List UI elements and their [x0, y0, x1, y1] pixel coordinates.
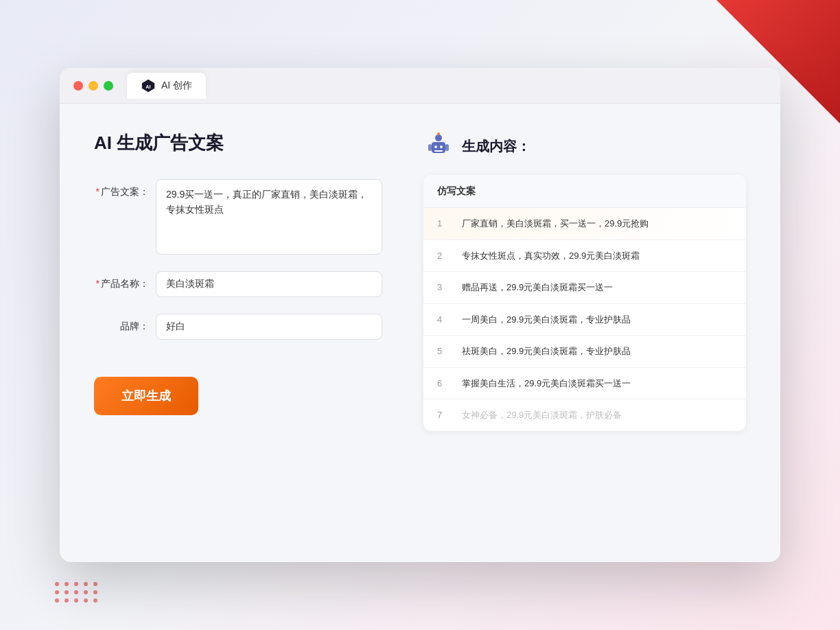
- tab-title: AI 创作: [161, 80, 192, 92]
- svg-text:AI: AI: [145, 83, 150, 89]
- active-tab[interactable]: AI AI 创作: [127, 73, 206, 99]
- ad-copy-label: *广告文案：: [94, 179, 149, 198]
- product-name-input[interactable]: [156, 271, 382, 297]
- svg-rect-4: [428, 144, 432, 151]
- robot-icon: [423, 131, 454, 161]
- copy-icon[interactable]: [720, 409, 732, 421]
- row-number: 3: [437, 282, 451, 292]
- table-row[interactable]: 4一周美白，29.9元美白淡斑霜，专业护肤品: [423, 304, 746, 336]
- row-text: 一周美白，29.9元美白淡斑霜，专业护肤品: [462, 313, 709, 327]
- svg-point-10: [437, 132, 440, 135]
- row-number: 5: [437, 346, 451, 356]
- result-table: 仿写文案 1厂家直销，美白淡斑霜，买一送一，29.9元抢购 2专抹女性斑点，真实…: [423, 175, 746, 431]
- required-star-2: *: [96, 278, 100, 289]
- left-panel: AI 生成广告文案 *广告文案： 29.9买一送一，真正的厂家直销，美白淡斑霜，…: [94, 131, 382, 535]
- table-header-text: 仿写文案: [437, 185, 476, 196]
- svg-rect-8: [434, 150, 443, 152]
- svg-rect-6: [434, 145, 437, 148]
- brand-input[interactable]: [156, 314, 382, 340]
- table-row[interactable]: 2专抹女性斑点，真实功效，29.9元美白淡斑霜: [423, 240, 746, 272]
- copy-icon[interactable]: [720, 313, 732, 325]
- page-title: AI 生成广告文案: [94, 131, 382, 155]
- row-number: 4: [437, 314, 451, 325]
- row-text: 祛斑美白，29.9元美白淡斑霜，专业护肤品: [462, 345, 709, 358]
- table-row[interactable]: 7女神必备，29.9元美白淡斑霜，护肤必备: [423, 399, 746, 431]
- required-star-1: *: [96, 186, 100, 197]
- result-title: 生成内容：: [462, 137, 530, 156]
- maximize-button[interactable]: [104, 81, 113, 91]
- row-number: 7: [437, 410, 451, 420]
- ad-copy-group: *广告文案： 29.9买一送一，真正的厂家直销，美白淡斑霜，专抹女性斑点: [94, 179, 382, 255]
- copy-icon[interactable]: [720, 345, 732, 358]
- right-panel: 生成内容： 仿写文案 1厂家直销，美白淡斑霜，买一送一，29.9元抢购 2专抹女…: [423, 131, 746, 535]
- close-button[interactable]: [73, 81, 83, 91]
- product-name-group: *产品名称：: [94, 271, 382, 297]
- table-row[interactable]: 3赠品再送，29.9元美白淡斑霜买一送一: [423, 272, 746, 304]
- table-rows: 1厂家直销，美白淡斑霜，买一送一，29.9元抢购 2专抹女性斑点，真实功效，29…: [423, 208, 746, 431]
- row-number: 1: [437, 218, 451, 229]
- row-text: 掌握美白生活，29.9元美白淡斑霜买一送一: [462, 377, 709, 390]
- svg-rect-5: [445, 144, 449, 151]
- copy-icon[interactable]: [720, 218, 732, 230]
- product-name-label: *产品名称：: [94, 271, 149, 290]
- traffic-lights: [73, 81, 113, 91]
- minimize-button[interactable]: [89, 81, 98, 91]
- row-text: 厂家直销，美白淡斑霜，买一送一，29.9元抢购: [462, 217, 709, 231]
- dots-decoration: [55, 582, 99, 603]
- table-header: 仿写文案: [423, 175, 746, 208]
- row-number: 6: [437, 378, 451, 388]
- brand-label: 品牌：: [94, 314, 149, 333]
- browser-window: AI AI 创作 AI 生成广告文案 *广告文案： 29.9买一送一，真正的厂家…: [60, 68, 780, 562]
- ad-copy-input[interactable]: 29.9买一送一，真正的厂家直销，美白淡斑霜，专抹女性斑点: [156, 179, 382, 255]
- copy-icon[interactable]: [720, 377, 732, 389]
- row-text: 专抹女性斑点，真实功效，29.9元美白淡斑霜: [462, 249, 709, 263]
- table-row[interactable]: 5祛斑美白，29.9元美白淡斑霜，专业护肤品: [423, 336, 746, 368]
- generate-button[interactable]: 立即生成: [94, 377, 198, 415]
- copy-icon[interactable]: [720, 281, 732, 294]
- ai-icon: AI: [141, 78, 156, 93]
- title-bar: AI AI 创作: [60, 68, 780, 104]
- table-row[interactable]: 6掌握美白生活，29.9元美白淡斑霜买一送一: [423, 368, 746, 400]
- brand-group: 品牌：: [94, 314, 382, 340]
- content-area: AI 生成广告文案 *广告文案： 29.9买一送一，真正的厂家直销，美白淡斑霜，…: [60, 104, 780, 562]
- result-header: 生成内容：: [423, 131, 746, 161]
- svg-rect-7: [440, 145, 443, 148]
- table-row[interactable]: 1厂家直销，美白淡斑霜，买一送一，29.9元抢购: [423, 208, 746, 240]
- row-text: 赠品再送，29.9元美白淡斑霜买一送一: [462, 281, 709, 294]
- copy-icon[interactable]: [720, 249, 732, 261]
- row-text: 女神必备，29.9元美白淡斑霜，护肤必备: [462, 408, 709, 422]
- row-number: 2: [437, 250, 451, 261]
